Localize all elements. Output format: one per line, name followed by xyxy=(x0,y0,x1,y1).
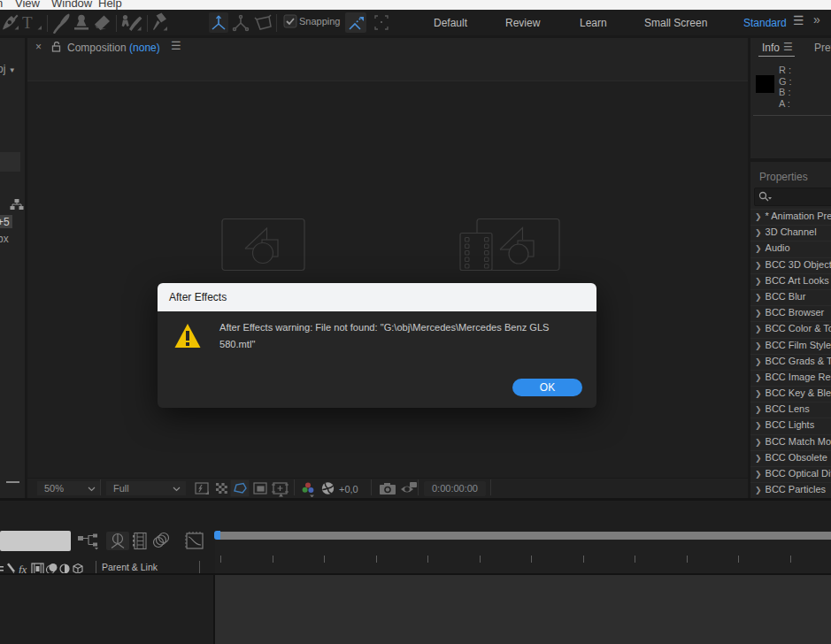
svg-text:T: T xyxy=(22,13,33,32)
